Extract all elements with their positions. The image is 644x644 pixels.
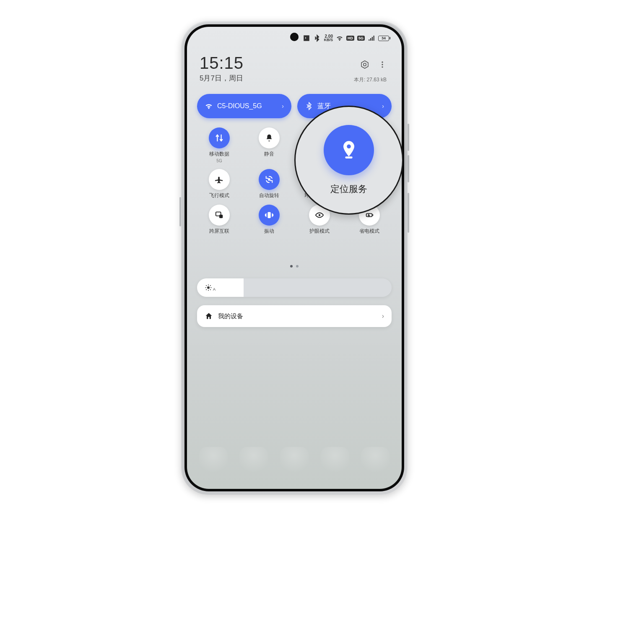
panel-header: 15:15 5月7日，周日 本月: 27.63 kB: [200, 54, 389, 83]
chevron-right-icon: ›: [282, 103, 284, 109]
tile-label: 移动数据: [209, 151, 229, 157]
rotate-icon: [259, 169, 280, 190]
svg-line-28: [206, 285, 207, 286]
volume-down-button: [408, 155, 409, 182]
net-badge: 5G: [357, 36, 365, 41]
svg-point-3: [382, 66, 383, 68]
my-devices-label: 我的设备: [218, 312, 243, 320]
chevron-right-icon: ›: [382, 103, 384, 109]
svg-point-23: [207, 286, 210, 289]
tile-label: 振动: [264, 228, 274, 234]
tile-rotate[interactable]: 自动旋转: [247, 169, 291, 198]
tile-sublabel: 5G: [216, 158, 222, 163]
tile-plane[interactable]: 飞行模式: [197, 169, 242, 198]
tile-label: 飞行模式: [209, 192, 229, 198]
volume-up-button: [408, 124, 409, 151]
tile-label: 自动旋转: [259, 192, 279, 198]
svg-point-1: [382, 62, 383, 63]
data-icon: [209, 127, 230, 148]
wifi-icon: [205, 102, 213, 110]
brightness-icon: [205, 284, 212, 291]
location-pin-icon: [338, 139, 360, 161]
tile-label: 跨屏互联: [209, 228, 229, 234]
svg-point-20: [318, 214, 320, 216]
power-button: [408, 193, 409, 233]
callout-magnifier: 定位服务: [294, 106, 403, 215]
wifi-label: C5-DIOUS_5G: [217, 102, 262, 110]
settings-icon[interactable]: [360, 60, 370, 70]
location-services-toggle[interactable]: [324, 125, 374, 175]
net-speed: 2.00 KB/S: [324, 34, 333, 42]
home-icon: [205, 312, 213, 320]
svg-line-31: [210, 285, 211, 286]
tile-bell[interactable]: 静音: [247, 127, 291, 163]
svg-rect-32: [345, 156, 352, 158]
tile-vibrate[interactable]: 振动: [247, 205, 291, 234]
svg-rect-19: [268, 212, 271, 218]
bluetooth-icon: [305, 102, 313, 110]
chevron-right-icon: ›: [382, 312, 384, 320]
bell-icon: [259, 127, 280, 148]
bluetooth-icon: [313, 34, 321, 42]
wifi-icon: [336, 34, 343, 42]
tile-label: 护眼模式: [309, 228, 330, 234]
brightness-slider[interactable]: A: [197, 278, 392, 297]
svg-rect-22: [372, 214, 373, 216]
svg-line-29: [210, 289, 211, 290]
my-devices-card[interactable]: 我的设备 ›: [197, 305, 392, 327]
svg-point-2: [382, 64, 383, 65]
battery-indicator: 34: [378, 36, 389, 41]
callout-label: 定位服务: [330, 183, 367, 195]
tile-label: 省电模式: [359, 228, 379, 234]
svg-point-0: [364, 63, 366, 66]
phone-frame: 2.00 KB/S HD 5G 34 15:15 5月7日，周日: [181, 21, 408, 495]
plane-icon: [209, 169, 230, 190]
data-usage: 本月: 27.63 kB: [354, 76, 387, 83]
side-button: [179, 197, 181, 226]
signal-icon: [368, 34, 375, 42]
svg-rect-5: [268, 179, 271, 181]
cast-icon: [209, 205, 230, 226]
home-dock-hint: [187, 447, 402, 475]
hd-badge: HD: [346, 36, 354, 41]
more-icon[interactable]: [378, 60, 387, 70]
svg-rect-18: [219, 215, 223, 218]
page-indicator: [187, 265, 402, 267]
phone-screen: 2.00 KB/S HD 5G 34 15:15 5月7日，周日: [187, 27, 402, 489]
tile-label: 静音: [264, 151, 274, 157]
tile-cast[interactable]: 跨屏互联: [197, 205, 242, 234]
tile-data[interactable]: 移动数据5G: [197, 127, 242, 163]
svg-line-30: [206, 289, 207, 290]
nfc-icon: [303, 34, 310, 42]
vibrate-icon: [259, 205, 280, 226]
wifi-toggle[interactable]: C5-DIOUS_5G ›: [197, 94, 291, 118]
phone-bezel: 2.00 KB/S HD 5G 34 15:15 5月7日，周日: [184, 24, 404, 491]
status-bar: 2.00 KB/S HD 5G 34: [303, 34, 389, 42]
auto-brightness-label: A: [213, 287, 216, 291]
front-camera: [290, 33, 299, 41]
